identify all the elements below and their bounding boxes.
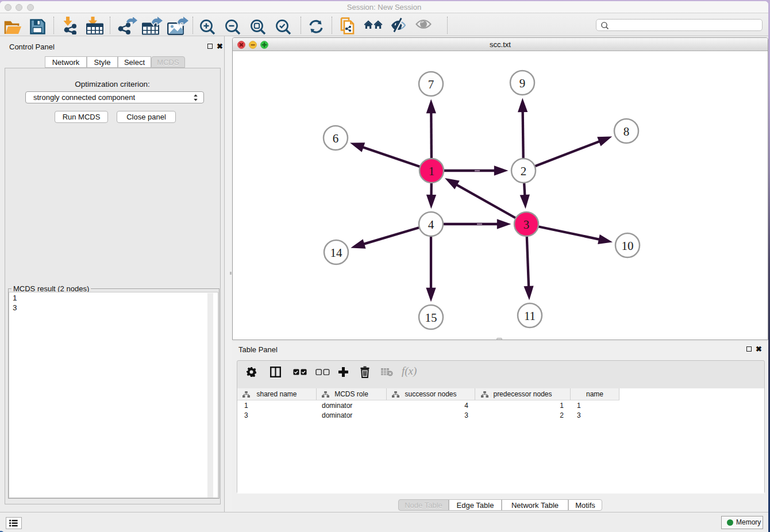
svg-text:11: 11 [524,309,536,322]
svg-text:1: 1 [429,164,435,178]
svg-text:10: 10 [622,238,634,252]
svg-text:4: 4 [428,217,434,231]
svg-text:15: 15 [425,310,437,324]
svg-text:9: 9 [519,76,526,90]
svg-text:8: 8 [623,124,630,138]
svg-text:14: 14 [330,245,343,259]
svg-text:3: 3 [523,217,530,231]
svg-text:7: 7 [428,77,434,91]
svg-text:6: 6 [333,131,339,145]
svg-text:2: 2 [521,164,527,178]
